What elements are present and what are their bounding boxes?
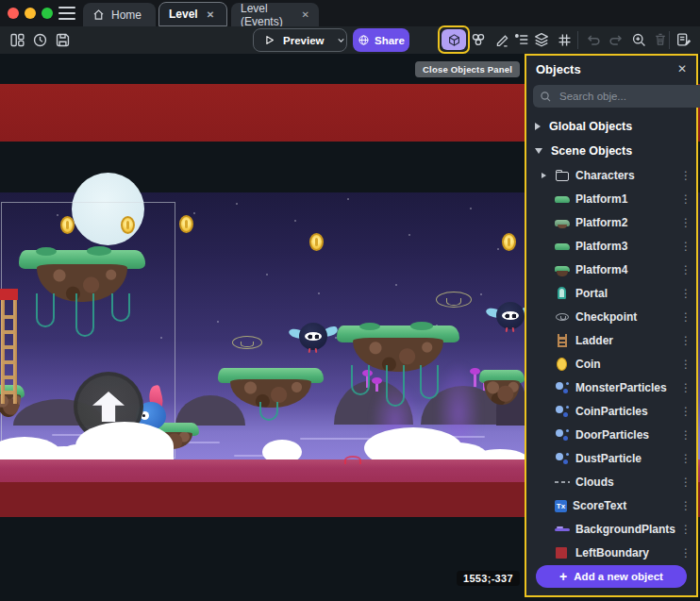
kebab-menu-icon[interactable]: ⋮: [675, 428, 696, 442]
arrow-up-icon: [92, 392, 125, 422]
platform-object[interactable]: [19, 250, 145, 365]
object-name: Portal: [575, 287, 675, 300]
traffic-light-zoom[interactable]: [42, 8, 53, 19]
chevron-right-icon[interactable]: [542, 173, 546, 178]
object-list-item[interactable]: Portal ⋮: [526, 281, 696, 305]
close-tab-icon[interactable]: ✕: [207, 9, 214, 20]
object-list-item[interactable]: LeftBoundary ⋮: [526, 541, 696, 564]
particles-icon: [555, 380, 570, 395]
plant-line-icon: [555, 522, 570, 537]
platform-object[interactable]: [218, 368, 324, 426]
object-list-item[interactable]: Checkpoint ⋮: [526, 305, 696, 328]
kebab-menu-icon[interactable]: ⋮: [675, 452, 696, 465]
search-input[interactable]: [558, 90, 700, 103]
close-tab-icon[interactable]: ✕: [302, 9, 309, 20]
kebab-menu-icon[interactable]: ⋮: [675, 405, 696, 418]
redo-icon[interactable]: [607, 30, 625, 49]
share-label: Share: [375, 35, 405, 46]
object-name: MonsterParticles: [575, 381, 675, 394]
object-list-item[interactable]: Platform3 ⋮: [526, 234, 696, 258]
panel-layout-icon[interactable]: [8, 30, 26, 49]
preview-dropdown-chevron-icon[interactable]: [336, 35, 346, 45]
object-list-item[interactable]: BackgroundPlants ⋮: [526, 517, 696, 541]
section-label: Scene Objects: [551, 144, 632, 158]
menu-icon[interactable]: [58, 7, 75, 20]
edit-events-icon[interactable]: [675, 30, 693, 49]
object-list-item[interactable]: Characters ⋮: [526, 163, 696, 187]
zoom-in-icon[interactable]: [629, 30, 648, 49]
object-list-item[interactable]: Clouds ⋮: [526, 470, 696, 493]
kebab-menu-icon[interactable]: ⋮: [675, 310, 696, 324]
share-button[interactable]: Share: [353, 28, 409, 52]
traffic-light-minimize[interactable]: [25, 8, 36, 19]
search-icon: [540, 91, 552, 103]
section-scene-objects[interactable]: Scene Objects: [526, 139, 696, 162]
object-list-item[interactable]: Ladder ⋮: [526, 328, 696, 352]
coin-object[interactable]: [502, 233, 516, 251]
layers-icon[interactable]: [532, 30, 551, 49]
tab-level-events[interactable]: Level (Events) ✕: [231, 3, 319, 26]
kebab-menu-icon[interactable]: ⋮: [675, 546, 696, 559]
object-groups-icon[interactable]: [469, 30, 488, 49]
divider: [577, 31, 578, 49]
checkpoint-object[interactable]: [232, 336, 262, 349]
kebab-menu-icon[interactable]: ⋮: [675, 287, 696, 300]
kebab-menu-icon[interactable]: ⋮: [675, 263, 696, 276]
monster-object[interactable]: [289, 321, 338, 353]
instances-list-icon[interactable]: [512, 30, 531, 49]
traffic-light-close[interactable]: [8, 8, 19, 19]
kebab-menu-icon[interactable]: ⋮: [675, 169, 696, 182]
section-global-objects[interactable]: Global Objects: [526, 114, 696, 138]
kebab-menu-icon[interactable]: ⋮: [675, 523, 696, 536]
add-object-button[interactable]: + Add a new object: [536, 565, 687, 588]
trash-icon[interactable]: [651, 30, 670, 49]
platform-brown-icon: [555, 262, 570, 277]
tab-level[interactable]: Level ✕: [158, 2, 227, 26]
portal-icon: [555, 286, 570, 301]
objects-panel-toggle-button[interactable]: [442, 29, 466, 50]
coin-icon: [555, 357, 570, 372]
preview-button[interactable]: Preview: [253, 28, 347, 52]
titlebar: Home Level ✕ Level (Events) ✕: [0, 0, 700, 26]
kebab-menu-icon[interactable]: ⋮: [675, 240, 696, 253]
object-name: DustParticle: [575, 452, 675, 465]
add-object-label: Add a new object: [574, 571, 663, 582]
kebab-menu-icon[interactable]: ⋮: [675, 476, 696, 489]
close-panel-icon[interactable]: ✕: [677, 62, 687, 75]
tab-home[interactable]: Home: [83, 3, 156, 26]
kebab-menu-icon[interactable]: ⋮: [675, 381, 696, 394]
coin-object[interactable]: [121, 216, 135, 234]
kebab-menu-icon[interactable]: ⋮: [675, 192, 696, 206]
object-search-box[interactable]: [533, 85, 700, 108]
platform-object[interactable]: [337, 326, 459, 431]
ladder-object[interactable]: [0, 289, 18, 404]
undo-icon[interactable]: [584, 30, 603, 49]
object-list-item[interactable]: Platform2 ⋮: [526, 210, 696, 234]
object-list-item[interactable]: Platform4 ⋮: [526, 258, 696, 281]
save-icon[interactable]: [53, 30, 72, 49]
object-list-item[interactable]: Platform1 ⋮: [526, 187, 696, 210]
coin-object[interactable]: [179, 215, 193, 233]
edit-pencil-icon[interactable]: [492, 30, 511, 49]
kebab-menu-icon[interactable]: ⋮: [675, 216, 696, 229]
object-list-item[interactable]: Coin ⋮: [526, 352, 696, 376]
cube-icon: [447, 33, 461, 47]
object-name: Platform3: [575, 240, 675, 253]
object-list-item[interactable]: DustParticle ⋮: [526, 446, 696, 470]
platform-green-icon: [555, 239, 570, 254]
object-list-item[interactable]: Tx ScoreText ⋮: [526, 493, 696, 517]
object-list-item[interactable]: DoorParticles ⋮: [526, 423, 696, 446]
object-list-item[interactable]: MonsterParticles ⋮: [526, 376, 696, 399]
coin-object[interactable]: [60, 216, 75, 234]
grid-icon[interactable]: [555, 30, 574, 49]
kebab-menu-icon[interactable]: ⋮: [675, 358, 696, 371]
history-icon[interactable]: [30, 30, 49, 49]
object-name: Characters: [575, 169, 675, 182]
coin-object[interactable]: [309, 233, 324, 251]
checkpoint-object[interactable]: [436, 292, 472, 308]
kebab-menu-icon[interactable]: ⋮: [675, 499, 696, 512]
kebab-menu-icon[interactable]: ⋮: [675, 334, 696, 347]
object-list-item[interactable]: CoinParticles ⋮: [526, 399, 696, 423]
chevron-right-icon: [535, 123, 541, 130]
platform-object[interactable]: [479, 370, 525, 411]
